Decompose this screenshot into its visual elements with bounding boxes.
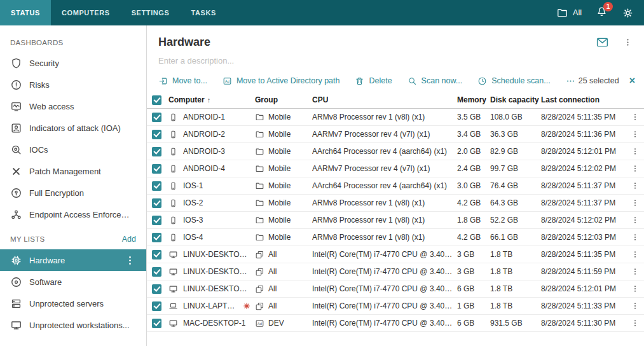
sidebar-item-patch-management[interactable]: Patch Management: [0, 160, 146, 182]
sidebar-item-indicators-of-attack-ioa[interactable]: Indicators of attack (IOA): [0, 117, 146, 139]
row-menu-icon[interactable]: [631, 147, 640, 156]
sidebar-item-label: Unprotected servers: [29, 299, 104, 308]
sidebar-item-label: Unprotected workstations...: [29, 321, 130, 330]
email-report-icon[interactable]: [596, 36, 609, 49]
row-checkbox[interactable]: [152, 164, 161, 174]
row-menu-icon[interactable]: [631, 301, 640, 310]
computer-name: ANDROID-1: [183, 113, 225, 121]
row-menu-icon[interactable]: [631, 250, 640, 259]
shield-icon: [10, 57, 22, 69]
row-checkbox[interactable]: [152, 147, 161, 156]
select-all-checkbox[interactable]: [152, 95, 161, 105]
column-label: Computer: [168, 95, 205, 104]
column-label: CPU: [312, 95, 328, 104]
sidebar-item-risks[interactable]: Risks: [0, 74, 146, 95]
workstation-icon: [10, 319, 22, 331]
ioa-icon: [10, 122, 22, 134]
sidebar-item-hardware[interactable]: Hardware: [0, 249, 146, 271]
sidebar-item-web-access[interactable]: Web access: [0, 95, 146, 117]
row-menu-icon[interactable]: [631, 164, 640, 173]
disk-capacity-cell: 1.8 TB: [490, 284, 541, 293]
disk-capacity-cell: 36.3 GB: [490, 130, 541, 139]
row-checkbox[interactable]: [152, 198, 161, 208]
column-header-cpu[interactable]: CPU: [312, 95, 457, 104]
column-header-memory[interactable]: Memory: [457, 95, 490, 104]
sidebar-item-endpoint-access-enforcement[interactable]: Endpoint Access Enforcement: [0, 204, 146, 225]
last-connection-cell: 8/28/2024 5:11:33 PM: [541, 301, 627, 310]
sidebar-item-unprotected-servers[interactable]: Unprotected servers: [0, 293, 146, 314]
scope-selector[interactable]: All: [556, 7, 582, 19]
column-header-group[interactable]: Group: [255, 95, 312, 104]
clear-selection-icon[interactable]: ×: [629, 76, 635, 86]
phone-icon: [168, 181, 178, 191]
last-connection-cell: 8/28/2024 5:12:03 PM: [541, 233, 627, 242]
group-name: Mobile: [268, 181, 291, 190]
main-content: Hardware Enter a description... Move to.…: [147, 25, 644, 346]
row-menu-icon[interactable]: [631, 198, 640, 207]
tab-computers[interactable]: COMPUTERS: [51, 0, 121, 25]
row-checkbox[interactable]: [152, 233, 161, 242]
monitor-icon: [168, 284, 178, 294]
row-menu-icon[interactable]: [631, 319, 640, 328]
column-header-computer[interactable]: Computer↑: [168, 95, 255, 104]
group-name: Mobile: [268, 113, 291, 121]
computer-name: IOS-1: [183, 181, 203, 190]
computer-cell: IOS-2: [168, 198, 255, 208]
list-item-menu-icon[interactable]: [124, 254, 136, 266]
action-label: Scan now...: [421, 76, 463, 85]
cpu-cell: Intel(R) Core(TM) i7-4770 CPU @ 3.40GHz …: [312, 267, 457, 276]
page-menu-icon[interactable]: [623, 38, 633, 47]
topbar-actions: All 1: [556, 6, 644, 20]
ad-icon: Ad: [223, 76, 232, 86]
action-move-to-active-directory-path[interactable]: AdMove to Active Directory path: [223, 76, 340, 86]
trash-icon: [355, 76, 364, 86]
sidebar-item-full-encryption[interactable]: Full Encryption: [0, 182, 146, 204]
description-input[interactable]: Enter a description...: [147, 50, 644, 70]
row-checkbox[interactable]: [152, 250, 161, 260]
action-more-actions[interactable]: [566, 76, 575, 86]
tab-settings[interactable]: SETTINGS: [121, 0, 181, 25]
row-menu-icon[interactable]: [631, 130, 640, 139]
computer-cell: IOS-1: [168, 181, 255, 191]
row-checkbox[interactable]: [152, 181, 161, 191]
sidebar-item-iocs[interactable]: IOCs: [0, 139, 146, 160]
column-header-disk-capacity[interactable]: Disk capacity: [490, 95, 541, 104]
settings-gear-button[interactable]: [622, 7, 634, 19]
row-menu-icon[interactable]: [631, 181, 640, 190]
sidebar-item-unprotected-workstations[interactable]: Unprotected workstations...: [0, 314, 146, 336]
group-name: Mobile: [268, 164, 291, 173]
column-label: Memory: [457, 95, 486, 104]
row-menu-icon[interactable]: [631, 113, 640, 121]
tab-tasks[interactable]: TASKS: [180, 0, 226, 25]
row-menu-icon[interactable]: [631, 267, 640, 276]
computer-cell: ANDROID-4: [168, 164, 255, 174]
row-checkbox[interactable]: [152, 284, 161, 294]
memory-cell: 6 GB: [457, 319, 490, 328]
row-checkbox[interactable]: [152, 319, 161, 328]
folder-icon: [255, 198, 264, 208]
sidebar-item-security[interactable]: Security: [0, 52, 146, 74]
row-checkbox[interactable]: [152, 130, 161, 139]
row-checkbox[interactable]: [152, 113, 161, 122]
group-cell: All: [255, 301, 312, 311]
action-delete[interactable]: Delete: [355, 76, 392, 86]
clock-icon: [477, 76, 487, 86]
sidebar-item-software[interactable]: Software: [0, 271, 146, 293]
row-menu-icon[interactable]: [631, 233, 640, 242]
row-menu-icon[interactable]: [631, 216, 640, 225]
row-checkbox[interactable]: [152, 267, 161, 277]
action-move-to[interactable]: Move to...: [158, 76, 207, 86]
column-header-last-connection[interactable]: Last connection: [541, 95, 627, 104]
action-schedule-scan[interactable]: Schedule scan...: [477, 76, 550, 86]
action-scan-now[interactable]: Scan now...: [408, 76, 463, 86]
disk-capacity-cell: 1.8 TB: [490, 267, 541, 276]
row-checkbox[interactable]: [152, 301, 161, 311]
group-cell: Mobile: [255, 113, 312, 122]
computer-name: LINUX-DESKTOP-3: [183, 284, 251, 293]
add-list-link[interactable]: Add: [122, 235, 136, 244]
notifications-button[interactable]: 1: [596, 6, 608, 20]
row-checkbox[interactable]: [152, 216, 161, 225]
last-connection-cell: 8/28/2024 5:11:35 PM: [541, 250, 627, 259]
row-menu-icon[interactable]: [631, 284, 640, 293]
tab-status[interactable]: STATUS: [0, 0, 51, 25]
